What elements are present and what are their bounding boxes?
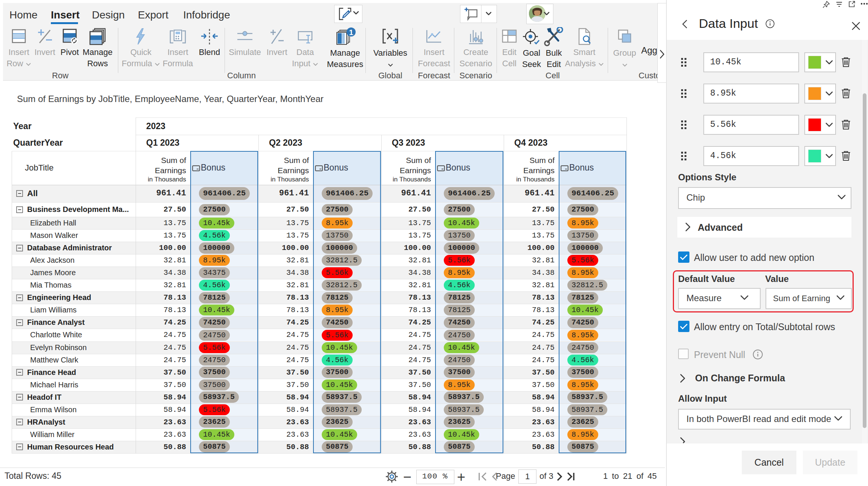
- svg-text:1: 1: [349, 28, 353, 37]
